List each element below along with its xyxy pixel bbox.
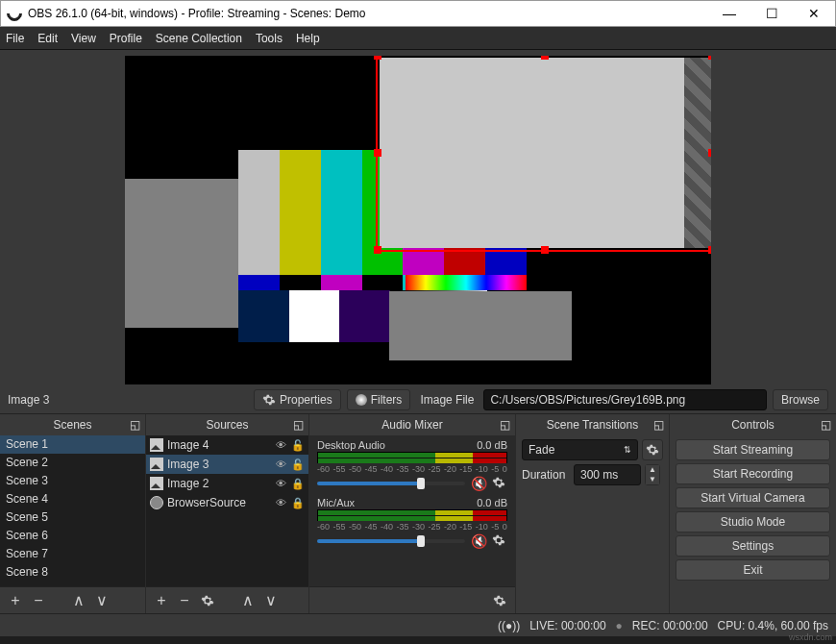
- image-source-icon: [150, 477, 163, 490]
- popout-icon[interactable]: ◱: [498, 418, 511, 432]
- browse-button[interactable]: Browse: [773, 389, 828, 410]
- close-button[interactable]: ✕: [793, 0, 835, 27]
- rec-time: 00:00:00: [663, 619, 708, 632]
- menu-view[interactable]: View: [71, 32, 96, 45]
- visibility-toggle-icon[interactable]: 👁: [274, 458, 287, 471]
- scenes-panel: Scenes ◱ Scene 1 Scene 2 Scene 3 Scene 4…: [0, 414, 146, 613]
- dock-panels: Scenes ◱ Scene 1 Scene 2 Scene 3 Scene 4…: [0, 413, 836, 613]
- scene-up-button[interactable]: ∧: [69, 591, 88, 610]
- menu-profile[interactable]: Profile: [110, 32, 142, 45]
- source-properties-button[interactable]: [198, 591, 217, 610]
- preview-canvas[interactable]: [125, 56, 711, 384]
- mute-icon[interactable]: 🔇: [471, 476, 486, 491]
- broadcast-icon: ((●)): [498, 619, 520, 632]
- lock-toggle-icon[interactable]: 🔒: [291, 496, 305, 509]
- transitions-header: Scene Transitions ◱: [516, 414, 669, 435]
- step-down-icon[interactable]: ▼: [646, 475, 659, 484]
- scene-item[interactable]: Scene 2: [0, 454, 145, 472]
- start-recording-button[interactable]: Start Recording: [676, 463, 830, 484]
- popout-icon[interactable]: ◱: [291, 418, 305, 432]
- source-row[interactable]: BrowserSource 👁 🔒: [146, 493, 308, 512]
- preview-selected-layer[interactable]: [380, 58, 708, 248]
- filters-icon: [356, 394, 367, 406]
- live-time: 00:00:00: [561, 619, 606, 632]
- add-source-button[interactable]: +: [152, 591, 171, 610]
- preview-overflow-stripes: [684, 58, 711, 248]
- scenes-header: Scenes ◱: [0, 414, 145, 435]
- lock-toggle-icon[interactable]: 🔓: [291, 438, 305, 452]
- mixer-body: Desktop Audio 0.0 dB -60-55-50-45-40-35-…: [309, 435, 515, 586]
- transitions-title: Scene Transitions: [547, 418, 638, 432]
- popout-icon[interactable]: ◱: [819, 418, 832, 432]
- channel-name: Desktop Audio: [317, 439, 385, 451]
- menu-tools[interactable]: Tools: [256, 32, 283, 45]
- chevron-updown-icon: ⇅: [624, 445, 631, 455]
- maximize-button[interactable]: ☐: [750, 0, 793, 27]
- exit-button[interactable]: Exit: [676, 559, 830, 581]
- duration-input[interactable]: 300 ms: [574, 464, 641, 485]
- scene-item[interactable]: Scene 5: [0, 508, 145, 527]
- menu-file[interactable]: File: [6, 32, 24, 45]
- scene-item[interactable]: Scene 8: [0, 563, 145, 582]
- sources-footer: + − ∧ ∨: [146, 586, 308, 613]
- source-up-button[interactable]: ∧: [238, 591, 258, 610]
- scenes-title: Scenes: [53, 418, 91, 432]
- menu-scene-collection[interactable]: Scene Collection: [156, 32, 242, 45]
- volume-slider[interactable]: [317, 482, 465, 485]
- start-virtual-camera-button[interactable]: Start Virtual Camera: [676, 487, 830, 508]
- channel-settings-button[interactable]: [492, 533, 507, 549]
- scene-down-button[interactable]: ∨: [92, 591, 111, 610]
- remove-scene-button[interactable]: −: [29, 591, 48, 610]
- menu-edit[interactable]: Edit: [37, 32, 58, 45]
- transition-select[interactable]: Fade ⇅: [522, 439, 638, 460]
- scenes-list[interactable]: Scene 1 Scene 2 Scene 3 Scene 4 Scene 5 …: [0, 435, 145, 586]
- vu-ticks: -60-55-50-45-40-35-30-25-20-15-10-50: [317, 464, 507, 474]
- mixer-settings-button[interactable]: [490, 591, 509, 610]
- obs-app-icon: [7, 6, 22, 21]
- scene-item[interactable]: Scene 1: [0, 435, 145, 454]
- popout-icon[interactable]: ◱: [652, 418, 665, 432]
- source-row[interactable]: Image 2 👁 🔒: [146, 474, 308, 493]
- gear-icon: [262, 393, 276, 407]
- source-label: Image 4: [167, 438, 270, 452]
- transition-settings-button[interactable]: [642, 439, 663, 460]
- visibility-toggle-icon[interactable]: 👁: [274, 477, 287, 490]
- add-scene-button[interactable]: +: [6, 591, 25, 610]
- mute-icon[interactable]: 🔇: [471, 533, 486, 549]
- scene-item[interactable]: Scene 4: [0, 490, 145, 508]
- live-label: LIVE:: [529, 619, 557, 632]
- start-streaming-button[interactable]: Start Streaming: [676, 439, 830, 460]
- visibility-toggle-icon[interactable]: 👁: [274, 496, 287, 509]
- duration-label: Duration: [522, 468, 570, 482]
- visibility-toggle-icon[interactable]: 👁: [274, 438, 287, 452]
- mixer-channel: Mic/Aux 0.0 dB -60-55-50-45-40-35-30-25-…: [309, 493, 515, 551]
- scene-item[interactable]: Scene 6: [0, 527, 145, 545]
- step-up-icon[interactable]: ▲: [646, 465, 659, 475]
- properties-button[interactable]: Properties: [254, 389, 341, 410]
- settings-button[interactable]: Settings: [676, 535, 830, 557]
- lock-toggle-icon[interactable]: 🔓: [291, 458, 305, 471]
- channel-db: 0.0 dB: [477, 497, 507, 508]
- duration-stepper[interactable]: ▲▼: [645, 464, 660, 485]
- source-down-button[interactable]: ∨: [261, 591, 281, 610]
- source-row[interactable]: Image 3 👁 🔓: [146, 455, 308, 474]
- popout-icon[interactable]: ◱: [128, 418, 141, 432]
- scene-item[interactable]: Scene 7: [0, 545, 145, 563]
- slider-thumb[interactable]: [417, 535, 425, 547]
- gear-icon: [201, 594, 214, 607]
- watermark: wsxdn.com: [789, 632, 832, 642]
- sources-list[interactable]: Image 4 👁 🔓 Image 3 👁 🔓 Image 2 👁 🔒 Brow…: [146, 435, 308, 586]
- scene-item[interactable]: Scene 3: [0, 472, 145, 490]
- studio-mode-button[interactable]: Studio Mode: [676, 511, 830, 533]
- volume-slider[interactable]: [317, 539, 465, 543]
- source-row[interactable]: Image 4 👁 🔓: [146, 435, 308, 455]
- remove-source-button[interactable]: −: [175, 591, 194, 610]
- minimize-button[interactable]: —: [708, 0, 750, 27]
- filters-button[interactable]: Filters: [347, 389, 411, 410]
- image-file-input[interactable]: [483, 389, 767, 410]
- source-label: Image 3: [167, 458, 270, 471]
- slider-thumb[interactable]: [417, 478, 425, 489]
- lock-toggle-icon[interactable]: 🔒: [291, 477, 305, 490]
- menu-help[interactable]: Help: [296, 32, 320, 45]
- channel-settings-button[interactable]: [492, 476, 507, 491]
